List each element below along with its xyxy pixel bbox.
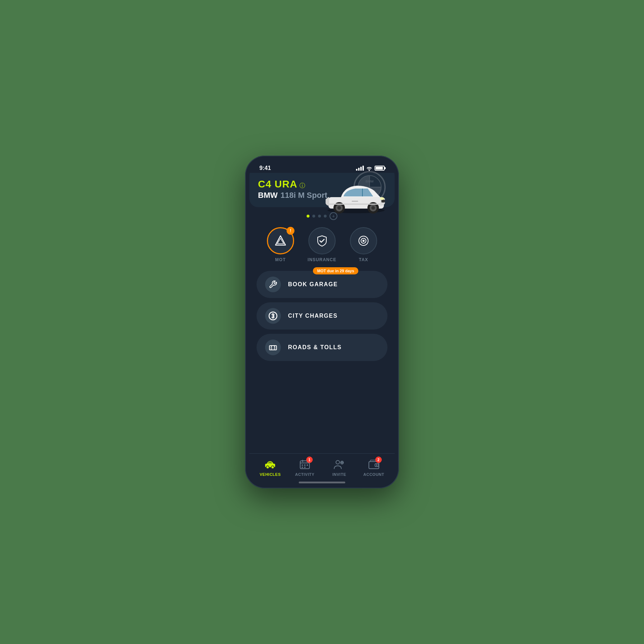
mot-due-badge: MOT due in 29 days (313, 267, 358, 274)
account-icon-wrap: 2 (367, 458, 380, 471)
svg-point-36 (336, 460, 340, 464)
vehicles-nav-label: VEHICLES (260, 472, 281, 477)
svg-point-9 (337, 206, 341, 210)
vehicle-status-row: ! MOT INSURANCE (249, 223, 395, 268)
svg-rect-14 (352, 201, 358, 202)
car-section: C4 URA ⓘ BMW 118i M Sport BMW (249, 173, 395, 207)
insurance-circle (308, 227, 336, 254)
svg-point-31 (302, 464, 303, 466)
vehicles-icon (264, 459, 276, 469)
dot-1[interactable] (307, 215, 309, 218)
insurance-icon (316, 234, 328, 247)
book-garage-button[interactable]: MOT due in 29 days BOOK GARAGE (257, 271, 387, 298)
svg-point-25 (266, 466, 269, 469)
nav-activity[interactable]: 1 ACTIVITY (293, 458, 316, 477)
mot-icon (274, 234, 287, 247)
svg-point-34 (302, 467, 303, 468)
car-plate: C4 URA (258, 179, 297, 190)
vehicles-icon-wrap (264, 458, 277, 471)
svg-point-35 (304, 467, 306, 468)
car-brand: BMW (258, 191, 278, 200)
svg-point-32 (304, 464, 306, 466)
mot-status-item[interactable]: ! MOT (267, 227, 294, 262)
tax-label: TAX (359, 257, 368, 262)
nav-vehicles[interactable]: VEHICLES (259, 458, 282, 477)
tax-circle (350, 227, 377, 254)
svg-point-26 (271, 466, 274, 469)
dot-2[interactable] (312, 215, 315, 218)
svg-rect-6 (381, 200, 385, 203)
city-charges-button[interactable]: CITY CHARGES (257, 302, 387, 330)
invite-icon-wrap (333, 458, 346, 471)
svg-point-33 (307, 464, 308, 466)
svg-point-13 (380, 197, 384, 200)
insurance-status-item[interactable]: INSURANCE (308, 227, 336, 262)
nav-invite[interactable]: INVITE (328, 458, 351, 477)
book-garage-label: BOOK GARAGE (288, 281, 338, 288)
city-charges-icon-circle (265, 308, 281, 324)
svg-point-20 (362, 240, 365, 242)
bottom-navigation: VEHICLES (249, 453, 395, 479)
phone-screen: 9:41 C4 URA ⓘ (249, 160, 395, 484)
svg-point-42 (376, 464, 377, 466)
roads-tolls-button[interactable]: ROADS & TOLLS (257, 334, 387, 361)
activity-badge: 1 (306, 457, 313, 463)
city-charges-label: CITY CHARGES (288, 313, 338, 319)
roads-icon (268, 343, 278, 352)
mot-alert-badge: ! (287, 227, 294, 235)
invite-icon (333, 459, 345, 469)
wrench-icon (269, 280, 277, 289)
plate-question-icon: ⓘ (299, 182, 305, 190)
status-time: 9:41 (259, 165, 271, 171)
home-indicator (299, 482, 345, 483)
actions-section: MOT due in 29 days BOOK GARAGE (249, 268, 395, 453)
tax-icon (357, 234, 370, 247)
svg-rect-15 (329, 204, 380, 205)
svg-point-12 (371, 206, 375, 210)
roads-tolls-icon-circle (265, 340, 281, 355)
tax-status-item[interactable]: TAX (350, 227, 377, 262)
nav-account[interactable]: 2 ACCOUNT (362, 458, 385, 477)
car-illustration (321, 176, 391, 216)
mot-label: MOT (275, 257, 286, 262)
account-nav-label: ACCOUNT (364, 472, 385, 477)
phone-frame: 9:41 C4 URA ⓘ (245, 156, 399, 488)
invite-nav-label: INVITE (332, 472, 346, 477)
book-garage-icon-circle (265, 277, 281, 292)
insurance-label: INSURANCE (308, 257, 336, 262)
activity-nav-label: ACTIVITY (295, 472, 314, 477)
roads-tolls-label: ROADS & TOLLS (288, 344, 342, 351)
city-charges-icon (268, 311, 278, 321)
mot-circle: ! (267, 227, 294, 254)
car-image-container: BMW (319, 169, 391, 216)
activity-icon-wrap: 1 (298, 458, 311, 471)
account-badge: 2 (375, 457, 382, 463)
